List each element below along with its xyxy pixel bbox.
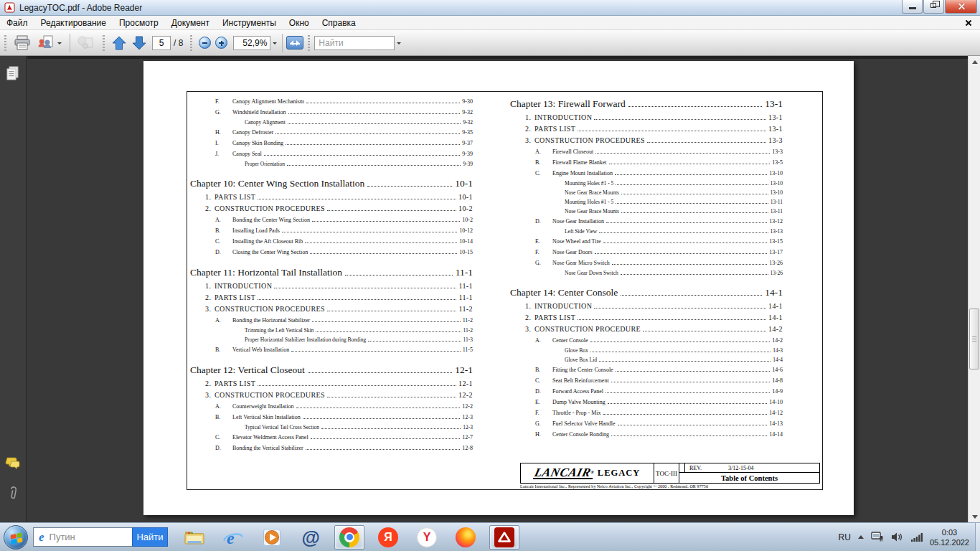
print-button[interactable] xyxy=(11,33,34,53)
app-body: F.Canopy Alignment Mechanism9-30G.Windsh… xyxy=(0,56,980,522)
attachments-button[interactable] xyxy=(7,485,19,504)
scrollbar-thumb[interactable] xyxy=(969,309,979,369)
zoom-dropdown-caret[interactable] xyxy=(273,42,277,47)
toc-block: Chapter 12: Vertical Closeout12-12.PARTS… xyxy=(190,362,473,453)
menu-item-4[interactable]: Инструменты xyxy=(216,17,283,29)
taskbar-icon-yandex-browser[interactable]: Y xyxy=(412,525,442,550)
toc-entry: B.Left Vertical Skin Installation12-3 xyxy=(190,412,473,423)
scroll-down-button[interactable] xyxy=(969,511,980,522)
close-button[interactable] xyxy=(945,0,977,14)
restore-button[interactable] xyxy=(923,0,944,14)
toc-entry: D.Forward Access Panel14-9 xyxy=(510,386,783,397)
toc-entry: Nose Gear Brace Mounts13-10 xyxy=(510,188,783,197)
rev-cell: REV. 3/12-15-04 xyxy=(684,463,819,472)
taskbar-icon-media-player[interactable] xyxy=(257,525,287,550)
email-collab-icon xyxy=(77,35,95,50)
toc-entry: Glove Box14-3 xyxy=(510,346,783,355)
toolbar-grip2[interactable] xyxy=(103,35,105,51)
menu-item-2[interactable]: Просмотр xyxy=(113,17,165,29)
fit-width-button[interactable] xyxy=(286,36,303,50)
toc-entry: E.Dump Valve Mounting14-10 xyxy=(510,397,783,408)
taskbar-icon-mailru-agent[interactable]: @ xyxy=(296,525,326,550)
toolbar: / 8 52,9% xyxy=(0,30,980,56)
language-indicator[interactable]: RU xyxy=(839,532,851,542)
toc-entry: G.Nose Gear Micro Switch13-26 xyxy=(510,258,783,268)
taskbar-icon-internet-explorer[interactable]: e xyxy=(218,525,248,550)
page-total-label: / 8 xyxy=(174,38,183,48)
page-number-input[interactable] xyxy=(152,36,171,50)
taskbar-search-button[interactable]: Найти xyxy=(132,527,168,547)
toc-entry: 3.CONSTRUCTION PROCEDURE14-2 xyxy=(510,324,783,335)
toolbar-grip4[interactable] xyxy=(308,35,310,51)
clock-time: 0:03 xyxy=(930,527,969,537)
volume-icon[interactable] xyxy=(891,532,903,542)
toc-entry: C.Elevator Weldment Access Panel12-7 xyxy=(190,432,473,443)
menu-item-0[interactable]: Файл xyxy=(0,17,34,29)
toc-entry: Nose Gear Down Switch13-26 xyxy=(510,268,783,278)
vertical-scrollbar[interactable] xyxy=(968,56,980,522)
svg-text:@: @ xyxy=(302,527,320,548)
menu-item-5[interactable]: Окно xyxy=(283,17,316,29)
find-input[interactable] xyxy=(314,36,395,50)
copyright-line: Lancair International Inc., Represented … xyxy=(520,484,820,489)
print-icon xyxy=(14,35,31,50)
collaborate-button[interactable] xyxy=(34,33,66,53)
next-page-button[interactable] xyxy=(129,33,149,53)
power-plug-icon[interactable] xyxy=(871,532,884,543)
zoom-out-button[interactable] xyxy=(199,37,211,49)
title-bar: LegacyTOC.pdf - Adobe Reader xyxy=(0,0,980,16)
taskbar-icon-yandex[interactable]: Я xyxy=(373,525,403,550)
menu-item-1[interactable]: Редактирование xyxy=(34,17,113,29)
zoom-in-button[interactable] xyxy=(215,37,227,49)
toc-block: Chapter 13: Firewall Forward13-11.INTROD… xyxy=(510,96,783,278)
minimize-button[interactable] xyxy=(902,0,923,14)
menu-item-3[interactable]: Документ xyxy=(165,17,216,29)
taskbar-search-input[interactable]: e Путин xyxy=(33,527,132,547)
restore-icon xyxy=(930,3,936,8)
find-dropdown-caret[interactable] xyxy=(397,42,401,47)
clock[interactable]: 0:03 05.12.2022 xyxy=(930,527,969,547)
toc-entry: A.Firewall Closeout13-3 xyxy=(510,146,783,157)
chapter-heading: Chapter 13: Firewall Forward13-1 xyxy=(510,96,783,112)
previous-page-button[interactable] xyxy=(109,33,129,53)
toc-entry: 1.INTRODUCTION11-1 xyxy=(190,281,473,292)
taskbar-icon-explorer[interactable] xyxy=(179,525,209,550)
zoom-level-value[interactable]: 52,9% xyxy=(233,36,270,50)
svg-text:e: e xyxy=(227,529,235,547)
close-document-icon[interactable] xyxy=(964,19,973,27)
fit-width-icon-right xyxy=(296,40,302,46)
page-thumbnails-button[interactable] xyxy=(6,66,20,85)
toc-entry: I.Canopy Skin Bonding9-37 xyxy=(190,138,473,149)
start-button[interactable] xyxy=(4,525,28,550)
menu-item-6[interactable]: Справка xyxy=(316,17,362,29)
attachments-icon xyxy=(7,485,19,501)
toc-entry: Glove Box Lid14-4 xyxy=(510,355,783,364)
toc-block: F.Canopy Alignment Mechanism9-30G.Windsh… xyxy=(190,96,473,169)
taskbar-icon-adobe-reader[interactable] xyxy=(489,525,519,550)
toc-entry: A.Center Console14-2 xyxy=(510,335,783,346)
taskbar-icon-chrome[interactable] xyxy=(334,525,364,550)
toc-entry: Typical Vertical Tail Cross Section12-3 xyxy=(190,423,473,432)
taskbar-icon-firefox[interactable] xyxy=(451,525,481,550)
show-desktop-button[interactable] xyxy=(975,523,980,551)
toc-entry: Proper Orientation9-39 xyxy=(190,159,473,169)
lancair-logo: LANCAIR® LEGACY xyxy=(520,463,654,484)
scroll-up-button[interactable] xyxy=(969,56,980,67)
rev-value: 3/12-15-04 xyxy=(728,465,754,471)
hidden-icons-caret[interactable] xyxy=(858,532,864,539)
document-pane[interactable]: F.Canopy Alignment Mechanism9-30G.Windsh… xyxy=(27,56,968,522)
toc-block: Chapter 10: Center Wing Section Installa… xyxy=(190,176,473,258)
toc-entry: F.Canopy Alignment Mechanism9-30 xyxy=(190,96,473,107)
zoom-out-icon xyxy=(202,42,207,44)
toc-entry: 1.INTRODUCTION14-1 xyxy=(510,301,783,312)
navigation-sidebar xyxy=(0,56,27,522)
network-signal-icon[interactable] xyxy=(910,532,923,542)
toc-entry: Nose Gear Brace Mounts13-11 xyxy=(510,207,783,216)
comments-button[interactable] xyxy=(5,456,21,472)
toolbar-grip3[interactable] xyxy=(190,35,192,51)
page-down-icon xyxy=(132,36,146,50)
toc-entry: Trimming the Left Vertical Skin11-2 xyxy=(190,326,473,335)
toolbar-grip[interactable] xyxy=(4,35,6,51)
adobe-reader-app-icon xyxy=(4,2,15,13)
taskbar-search-query: Путин xyxy=(50,532,75,542)
